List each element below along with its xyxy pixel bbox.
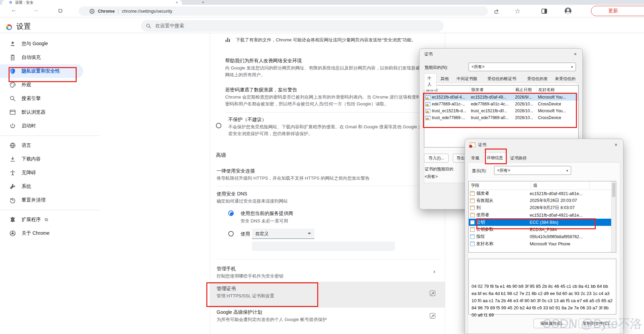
dns-custom-dropdown[interactable]: 自定义 [252,229,314,239]
manage-phones-desc: 控制您使用哪些手机作为安全密钥 [217,273,283,280]
share-icon[interactable] [494,8,500,14]
tab-label: 常规 [471,156,479,160]
sidebar-item[interactable]: 语言 ⧉ [0,139,99,152]
field-name: 指纹 [476,234,485,240]
certificate-list[interactable]: 颁发给 颁发者 截止日期 友好名称 ec1521fb-d0af-4... ec1… [424,85,579,147]
sidebar-item[interactable]: 默认浏览器 ⧉ [0,105,99,119]
field-row[interactable]: 使用者 ec1521fb-d0af-4921-a61e... [469,211,612,219]
chrome-logo-icon [6,24,12,30]
cert-detail-tab[interactable]: 常规 [468,153,483,163]
cell-friendly-name: CrossDevice [537,102,578,106]
settings-header: 设置 在设置中搜索 [0,17,644,33]
side-panel-icon[interactable] [541,8,548,14]
safe-browsing-note: 下载了有害的文件，Chrome 可能还会将相应网址连同少量网页内容发送给“安全浏… [236,37,441,43]
cert-detail-tabs: 常规 详细信息 证书路径 [468,153,530,163]
reload-icon[interactable] [57,8,63,14]
sidebar-item[interactable]: 隐私设置和安全性 ⧉ [0,64,83,78]
browser-tab[interactable]: ⚙ 设置 - 安全 × [2,0,182,5]
bookmark-star-icon[interactable]: ☆ [515,7,520,15]
chevron-right-icon[interactable]: › [433,268,435,275]
show-label: 显示(S): [472,168,487,174]
certificate-row[interactable]: ec1521fb-d0af-4... ec1521fb-d0af-49... 2… [424,94,578,101]
no-protection-radio[interactable] [216,123,221,128]
new-tab-button[interactable]: + [202,0,204,5]
field-row[interactable]: 有效期从 2025年9月26日 20:03:07 [469,197,612,204]
tan-icon [470,191,475,196]
import-button[interactable]: 导入(I)... [424,154,449,163]
certificate-row[interactable]: trust_ede77869-... trust_ede77869-a0... … [424,114,578,121]
field-row[interactable]: 指纹 05fc410c5f9f0b8af958762... [469,233,612,240]
cell-issued-by: ec1521fb-d0af-49... [469,95,514,100]
blue-icon [470,234,475,239]
settings-search-input[interactable]: 在设置中搜索 [141,20,443,32]
cell-expiration: 2026/10... [514,115,537,120]
sidebar-item[interactable]: 下载内容 ⧉ [0,152,99,166]
copy-to-file-button[interactable]: 复制到文件(C)... [579,319,616,328]
cert-detail-tab[interactable]: 详细信息 [483,153,506,163]
col-friendly-name[interactable]: 友好名称 [537,86,578,93]
cell-friendly-name: CrossDevice [537,115,578,120]
dns-provider-radio[interactable] [228,210,234,216]
advanced-protection-desc: 为所有可能会遭到定向攻击的个人 Google 帐号提供保护 [217,316,327,323]
url-host: Chrome [98,9,115,14]
dns-custom-radio[interactable] [228,231,234,236]
sidebar-item[interactable]: 搜索引擎 ⧉ [0,92,99,105]
public-key-hex-view[interactable]: 04 02 79 f8 fa e1 4b 90 b9 3f 95 85 2b 8… [468,259,616,314]
certificate-row[interactable]: ede77869-a01c-... ede77869-a01c-4c... 20… [424,101,578,107]
sidebar-item-label: 语言 [22,142,31,149]
field-row[interactable]: 友好名称 Microsoft Your Phone [469,240,612,247]
tab-label: 证书路径 [510,156,527,160]
cert-detail-tab[interactable]: 证书路径 [507,153,530,163]
sidebar-item[interactable]: 无障碍 ⧉ [0,166,99,180]
field-row[interactable]: 到 2026年9月27日 8:03:07 [469,204,612,211]
advanced-protection-title: Google 高级保护计划 [217,309,262,316]
tab-label: 个人 [427,76,432,87]
profile-avatar[interactable] [565,8,571,14]
col-field[interactable]: 字段 [469,181,531,190]
update-button[interactable]: 更新 [591,6,644,16]
col-value[interactable]: 值 [531,181,590,190]
sidebar-item[interactable]: 扩展程序 ⧉ [0,213,99,227]
close-icon[interactable]: × [571,51,579,57]
back-icon[interactable]: ← [11,7,16,13]
sidebar-item[interactable]: 您与 Google ⧉ [0,37,99,51]
col-expiration[interactable]: 截止日期 [514,86,537,93]
edit-properties-button[interactable]: 编辑属性(E)... [533,319,572,328]
sidebar-item-label: 无障碍 [22,170,36,176]
field-row[interactable]: 颁发者 ec1521fb-d0af-4921-a61e... [469,190,612,197]
cert-store-tab[interactable]: 个人 [424,73,437,90]
cell-friendly-name: Microsoft You... [537,95,578,100]
cell-issued-by: trust_ec1521fb-d0... [469,108,514,113]
field-row[interactable]: 公钥参数 ECDSA_P384 [469,226,612,233]
advanced-section-label[interactable]: 高级 [216,152,226,158]
shield-icon [9,68,16,75]
hex-line: ea bf ec 6a 4d b1 98 c2 7e 21 6b c2 d9 e… [472,290,613,297]
dns-custom-input[interactable] [252,242,395,251]
sidebar-item[interactable]: 启动时 ⧉ [0,119,99,133]
field-row[interactable]: 公钥 ECC (384 Bits) [469,219,612,226]
tab-close-icon[interactable]: × [176,0,178,4]
history-icon [9,197,16,204]
forward-icon[interactable]: → [33,7,39,13]
close-icon[interactable]: × [612,141,620,148]
field-name: 公钥 [476,219,485,225]
col-issued-by[interactable]: 颁发者 [470,86,514,93]
sidebar-item[interactable]: 自动填充 ⧉ [0,51,99,64]
sidebar-item[interactable]: 系统 ⧉ [0,180,99,193]
external-link-icon[interactable]: ↗ [430,313,435,319]
cell-expiration: 2026/10... [514,108,537,113]
scrollbar[interactable] [611,181,616,252]
address-bar[interactable]: Chrome chrome://settings/security [79,7,488,16]
external-link-icon: ⧉ [45,217,48,222]
external-link-icon[interactable]: ↗ [430,291,435,296]
sidebar-item[interactable]: 关于 Chrome ⧉ [0,227,99,240]
intended-purpose-dropdown[interactable]: <所有> ▾ [468,63,576,71]
sidebar-item[interactable]: 重置并清理 ⧉ [0,193,99,207]
show-dropdown[interactable]: <所有> ▾ [494,166,571,175]
cell-issued-to: trust_ede77869-... [430,115,469,120]
accessibility-icon [9,169,16,176]
cell-expiration: 2026/9/... [514,95,537,100]
certificate-row[interactable]: trust_ec1521fb-d... trust_ec1521fb-d0...… [424,107,578,114]
field-table[interactable]: 字段 值 颁发者 ec1521fb-d0af-4921-a61e... 有效期从… [468,181,616,253]
sidebar-item[interactable]: 外观 ⧉ [0,78,99,92]
